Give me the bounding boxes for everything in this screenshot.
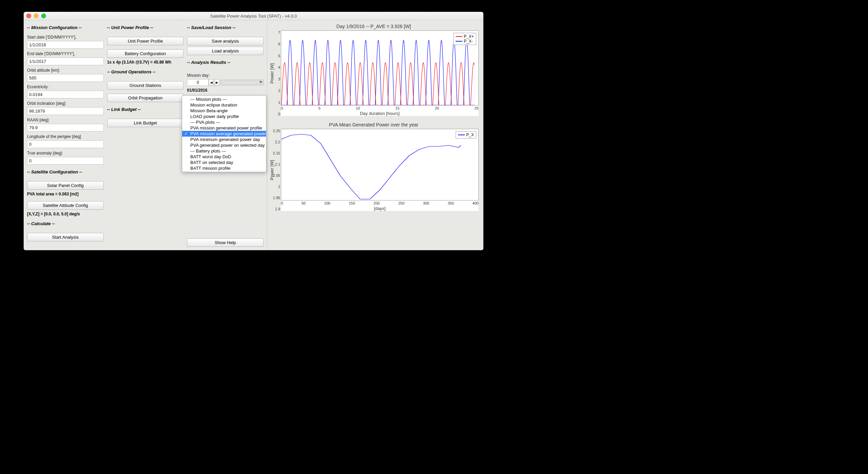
label-inclination: Orbit inclination [deg]: — [27, 101, 104, 106]
chart-daily-power: Power [W] 76543210 P_X+ P_X- 0510152025 … — [281, 30, 479, 116]
mission-day-stepper: ◀ ▶ — [187, 79, 264, 86]
sec-ground-ops: -- Ground Operations -- — [107, 69, 184, 74]
dropdown-item[interactable]: Mission eclipse duration — [182, 102, 266, 108]
dropdown-item[interactable]: --- PVA plots --- — [182, 119, 266, 125]
sec-link-budget: -- Link Budget -- — [107, 107, 184, 112]
input-lon-perigee[interactable] — [27, 140, 104, 148]
label-eccentricity: Eccentricity : — [27, 85, 104, 89]
save-button[interactable]: Save analysis — [187, 37, 264, 45]
dropdown-item[interactable]: LOAD power daily profile — [182, 114, 266, 119]
chart1-xaxis: 0510152025 — [281, 105, 479, 110]
mission-day-increment-icon[interactable]: ▶ — [214, 79, 219, 86]
label-raan: RAAN [deg]: — [27, 118, 104, 122]
sec-save-load: -- Save/Load Session -- — [187, 25, 264, 30]
battery-config-button[interactable]: Battery Configuration — [107, 49, 184, 58]
input-start-date[interactable] — [27, 41, 104, 49]
chart2-xlabel: [days] — [281, 206, 479, 211]
chart1-yaxis: 76543210 — [271, 30, 280, 116]
chart2-title: PVA Mean Generated Power over the year — [267, 122, 480, 127]
legend1-b: P_X- — [464, 39, 473, 44]
sec-unit-power: -- Unit Power Profile -- — [107, 25, 184, 30]
chart2-legend: P_X — [456, 131, 476, 139]
solar-panel-button[interactable]: Solar Panel Config — [27, 181, 104, 190]
attitude-static: [X,Y,Z] = [0.0, 0.0, 5.0] deg/s — [27, 212, 104, 216]
load-button[interactable]: Load analysis — [187, 47, 264, 55]
chart1-xlabel: Day duration [hours] — [281, 111, 479, 116]
dropdown-item[interactable]: PVA minimum generated power day — [182, 137, 266, 142]
input-end-date[interactable] — [27, 57, 104, 65]
close-icon[interactable] — [26, 14, 31, 18]
attitude-button[interactable]: Satellite Attitude Config — [27, 201, 104, 210]
zoom-icon[interactable] — [41, 14, 46, 18]
unit-power-button[interactable]: Unit Power Profile — [107, 37, 184, 45]
legend1-a: P_X+ — [464, 34, 474, 39]
battery-static: 1s x 4p (3.1Ah @3.7V) = 45.88 Wh — [107, 60, 184, 65]
link-budget-button[interactable]: Link Budget — [107, 119, 184, 127]
mission-day-decrement-icon[interactable]: ◀ — [209, 79, 214, 86]
dropdown-item[interactable]: Mission Beta-angle — [182, 108, 266, 114]
dropdown-item[interactable]: BATT worst day DoD — [182, 154, 266, 160]
dropdown-item[interactable]: PVA generated power on selected day — [182, 142, 266, 148]
sec-satellite-config: -- Satellite Configuration -- — [27, 169, 104, 174]
label-orbit-alt: Orbit altitude [km]: — [27, 68, 104, 73]
pva-area-static: PVA total area = 0.063 [m2] — [27, 192, 104, 196]
charts-panel: Day 1/9/2016 -- P_AVE = 3.926 [W] Power … — [267, 20, 483, 250]
dropdown-item[interactable]: --- Battery plots --- — [182, 148, 266, 154]
plots-dropdown[interactable]: --- Mission plots ---Mission eclipse dur… — [182, 95, 266, 172]
sec-mission-config: -- Mission Configuration -- — [27, 25, 104, 30]
dropdown-item[interactable]: BATT mission profile — [182, 165, 266, 171]
input-raan[interactable] — [27, 124, 104, 132]
label-end-date: End date ['DD/MM/YYYY'], — [27, 51, 104, 56]
chart1-legend: P_X+ P_X- — [453, 33, 476, 45]
show-help-button[interactable]: Show Help — [187, 238, 264, 247]
dropdown-item[interactable]: --- Mission plots --- — [182, 96, 266, 102]
label-start-date: Start date ['DD/MM/YYYY'], — [27, 35, 104, 40]
chart1-title: Day 1/9/2016 -- P_AVE = 3.926 [W] — [267, 24, 480, 29]
dropdown-item[interactable]: PVA mission average generated power — [182, 131, 266, 137]
window-title: Satellite Power Analysis Tool (SPAT) - v… — [24, 14, 483, 19]
chart2-xaxis: 050100150200250300350400 — [281, 200, 479, 205]
minimize-icon[interactable] — [34, 14, 39, 18]
chart1-plot: P_X+ P_X- — [281, 30, 479, 105]
input-inclination[interactable] — [27, 107, 104, 115]
label-lon-perigee: Longitude of the perigee [deg] — [27, 134, 104, 139]
chart-yearly-power: Power [W] 2.252.22.152.12.0521.951.9 P_X… — [281, 129, 479, 211]
controls-panel: -- Mission Configuration -- Start date [… — [24, 20, 267, 250]
mission-day-slider[interactable] — [221, 80, 264, 85]
titlebar: Satellite Power Analysis Tool (SPAT) - v… — [24, 12, 483, 20]
window-controls — [26, 14, 46, 18]
input-eccentricity[interactable] — [27, 91, 104, 98]
mission-day-input[interactable] — [187, 79, 209, 86]
orbit-propagation-button[interactable]: Orbit Propagation — [107, 94, 184, 102]
legend2-a: P_X — [466, 133, 474, 137]
chart2-yaxis: 2.252.22.152.12.0521.951.9 — [271, 129, 280, 211]
content: -- Mission Configuration -- Start date [… — [24, 20, 483, 250]
input-true-anomaly[interactable] — [27, 157, 104, 165]
input-orbit-alt[interactable] — [27, 74, 104, 82]
start-analysis-button[interactable]: Start Analysis — [27, 233, 104, 241]
mission-day-date: 01/01/2016 — [187, 88, 264, 93]
label-mission-day: Mission day: — [187, 73, 264, 78]
dropdown-item[interactable]: BATT on selected day — [182, 160, 266, 165]
col-unit-power: -- Unit Power Profile -- Unit Power Prof… — [107, 24, 187, 247]
dropdown-item[interactable]: PVA mission generated power profile — [182, 125, 266, 131]
sec-calculate: -- Calculate -- — [27, 221, 104, 226]
ground-stations-button[interactable]: Ground Stations — [107, 81, 184, 90]
main-window: Satellite Power Analysis Tool (SPAT) - v… — [24, 12, 483, 250]
col-mission: -- Mission Configuration -- Start date [… — [27, 24, 107, 247]
label-true-anomaly: True anomaly [deg]: — [27, 151, 104, 156]
sec-analysis-results: -- Analysis Results -- — [187, 60, 264, 65]
chart2-plot: P_X — [281, 129, 479, 200]
